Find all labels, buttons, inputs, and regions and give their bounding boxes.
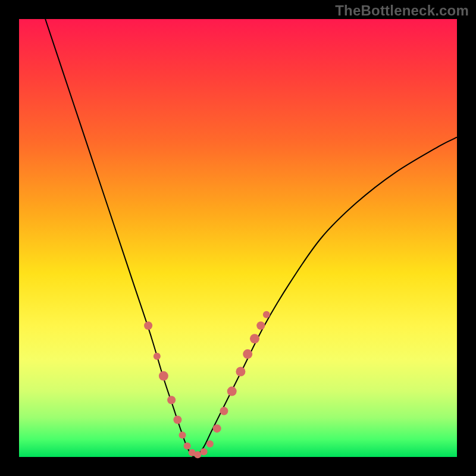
watermark-label: TheBottleneck.com xyxy=(335,2,469,19)
marker-dot xyxy=(179,431,186,439)
marker-dot xyxy=(184,443,191,450)
marker-dot xyxy=(213,424,221,433)
marker-dot xyxy=(154,353,161,360)
marker-dot xyxy=(167,396,176,404)
outer-frame: TheBottleneck.com xyxy=(0,0,476,476)
highlight-dots xyxy=(144,311,270,459)
bottleneck-curve xyxy=(45,19,457,457)
marker-dot xyxy=(236,367,245,376)
marker-dot xyxy=(256,321,265,330)
marker-dot xyxy=(206,440,214,447)
marker-dot xyxy=(243,349,252,359)
marker-dot xyxy=(201,448,208,455)
marker-dot xyxy=(159,371,168,381)
marker-dot xyxy=(144,321,152,330)
marker-dot xyxy=(250,334,259,343)
marker-dot xyxy=(194,451,201,458)
marker-dot xyxy=(220,407,228,415)
chart-svg xyxy=(19,19,457,457)
marker-dot xyxy=(263,311,270,318)
marker-dot xyxy=(173,415,181,424)
marker-dot xyxy=(227,387,237,396)
